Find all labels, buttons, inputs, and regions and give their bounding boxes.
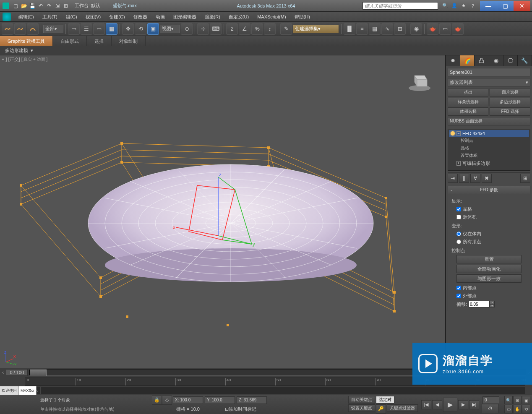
zoom-region-icon[interactable]: ▭	[504, 405, 513, 413]
viewcube[interactable]	[407, 68, 432, 93]
curve-editor-icon[interactable]: ∿	[381, 23, 393, 35]
menu-views[interactable]: 视图(V)	[81, 12, 105, 22]
nurbs-select-button[interactable]: NURBS 曲面选择	[448, 117, 530, 125]
app-icon[interactable]	[3, 3, 9, 9]
current-frame-field[interactable]: 0	[482, 396, 499, 404]
outside-checkbox[interactable]: 外部点	[451, 292, 527, 300]
modifier-list-dropdown[interactable]: 修改器列表	[448, 78, 530, 86]
rollout-header[interactable]: FFD 参数	[448, 186, 530, 194]
close-button[interactable]: ✕	[514, 1, 530, 11]
mirror-icon[interactable]: ▐▌	[344, 23, 355, 35]
remove-mod-icon[interactable]: ✖	[482, 174, 492, 183]
maximize-button[interactable]: ▢	[497, 1, 514, 11]
selection-filter-dropdown[interactable]: 全部 ▾	[43, 25, 63, 33]
prev-frame-icon[interactable]: ◀	[432, 400, 442, 409]
motion-tab-icon[interactable]: ◉	[489, 55, 503, 66]
render-frame-icon[interactable]: ▭	[439, 23, 451, 35]
modifier-stack[interactable]: −FFD 4x4x4 控制点 晶格 设置体积 +可编辑多边形	[448, 129, 530, 171]
undo-icon[interactable]: ↶	[37, 2, 44, 10]
lightbulb-icon[interactable]	[451, 131, 455, 135]
edit-named-sel-icon[interactable]: ✎	[280, 23, 292, 35]
snap-angle-icon[interactable]: ∠	[239, 23, 250, 35]
patch-select-button[interactable]: 面片选择	[490, 88, 530, 96]
animate-all-button[interactable]: 全部动画化	[456, 265, 522, 273]
menu-grapheditors[interactable]: 图形编辑器	[169, 12, 201, 22]
unique-icon[interactable]: ∀	[470, 174, 480, 183]
use-center-icon[interactable]: ⊙	[181, 23, 193, 35]
workspace-selector[interactable]: 工作台: 默认	[75, 3, 100, 9]
reset-button[interactable]: 重置	[456, 255, 522, 263]
project-icon[interactable]: ⊞	[62, 2, 70, 10]
open-icon[interactable]: 📂	[20, 2, 28, 10]
goto-start-icon[interactable]: |◀	[421, 400, 431, 409]
viewport-canvas[interactable]: z x y	[0, 55, 445, 366]
tab-objectpaint[interactable]: 对象绘制	[112, 36, 146, 46]
signin-icon[interactable]: 👤	[451, 2, 458, 10]
hierarchy-tab-icon[interactable]: 凸	[475, 55, 489, 66]
all-verts-radio[interactable]: 所有顶点	[451, 238, 527, 246]
extrude-button[interactable]: 挤出	[448, 88, 488, 96]
material-editor-icon[interactable]: ◉	[410, 23, 422, 35]
help-icon[interactable]: ?	[469, 2, 477, 10]
modify-tab-icon[interactable]: 🌈	[460, 55, 475, 66]
conform-button[interactable]: 与图形一致	[456, 274, 522, 283]
spinner-up-icon[interactable]: ▲	[490, 301, 495, 304]
redo-icon[interactable]: ↷	[45, 2, 53, 10]
tab-freeform[interactable]: 自由形式	[53, 36, 87, 46]
offset-input[interactable]	[469, 301, 490, 307]
favorites-icon[interactable]: ★	[460, 2, 467, 10]
menu-customize[interactable]: 自定义(U)	[224, 12, 253, 22]
stack-editable-poly[interactable]: +可编辑多边形	[449, 159, 529, 167]
configure-sets-icon[interactable]: ⊞	[520, 174, 530, 183]
select-rotate-icon[interactable]: ⟲	[135, 23, 146, 35]
schematic-icon[interactable]: ⊞	[394, 23, 406, 35]
minimize-button[interactable]: —	[480, 1, 497, 11]
pan-icon[interactable]: ✋	[513, 405, 522, 413]
render-icon[interactable]: 🫖	[452, 23, 464, 35]
stack-ffd-lattice[interactable]: 晶格	[449, 144, 529, 152]
auto-key-button[interactable]: 自动关键点	[348, 396, 375, 404]
app-logo-icon[interactable]	[3, 13, 11, 21]
z-coord[interactable]: Z: 31.669	[237, 396, 267, 404]
poly-select-button[interactable]: 多边形选择	[490, 98, 530, 106]
select-by-name-icon[interactable]: ☰	[81, 23, 92, 35]
time-config-icon[interactable]: ⏱	[482, 404, 498, 413]
zoom-icon[interactable]: 🔍	[504, 396, 513, 404]
viewport[interactable]: + ] [正交] [ 真实 + 边面 ]	[0, 55, 446, 368]
render-setup-icon[interactable]: 🫖	[427, 23, 438, 35]
time-tag-icon[interactable]: ⊡	[225, 406, 229, 412]
x-coord[interactable]: X: 100.0	[173, 396, 203, 404]
spinner-down-icon[interactable]: ▼	[490, 304, 495, 307]
menu-edit[interactable]: 编辑(E)	[14, 12, 38, 22]
tab-selection[interactable]: 选择	[87, 36, 112, 46]
display-tab-icon[interactable]: 🖵	[503, 55, 518, 66]
zoom-all-icon[interactable]: ⊞	[513, 396, 522, 404]
snap-2d-icon[interactable]: 2	[226, 23, 238, 35]
window-crossing-icon[interactable]: ▦	[106, 23, 117, 35]
show-end-icon[interactable]: ||	[459, 174, 469, 183]
select-scale-icon[interactable]: ▣	[147, 23, 159, 35]
align-icon[interactable]: ≡	[356, 23, 368, 35]
menu-group[interactable]: 组(G)	[62, 12, 81, 22]
pin-stack-icon[interactable]: ⇥	[448, 174, 458, 183]
source-vol-checkbox[interactable]: 源体积	[451, 213, 527, 221]
spinner-snap-icon[interactable]: ↕	[264, 23, 276, 35]
stack-ffd-setvolume[interactable]: 设置体积	[449, 152, 529, 159]
maxscript-tab[interactable]: MAXScr	[19, 386, 37, 395]
select-region-icon[interactable]: ▭	[93, 23, 105, 35]
select-move-icon[interactable]: ✥	[122, 23, 134, 35]
link-icon[interactable]: ⇲	[54, 2, 61, 10]
menu-create[interactable]: 创建(C)	[105, 12, 129, 22]
goto-end-icon[interactable]: ▶|	[469, 400, 479, 409]
create-tab-icon[interactable]: ✹	[446, 55, 460, 66]
tab-graphite[interactable]: Graphite 建模工具	[0, 36, 53, 46]
play-icon[interactable]: ▶	[443, 398, 457, 412]
ribbon-polymodel-label[interactable]: 多边形建模	[3, 47, 31, 54]
snap-percent-icon[interactable]: %	[251, 23, 263, 35]
utilities-tab-icon[interactable]: 🔧	[518, 55, 532, 66]
spline-select-button[interactable]: 样条线选择	[448, 98, 488, 106]
orbit-icon[interactable]: ⟲	[522, 405, 530, 413]
unlink-icon[interactable]	[14, 23, 26, 35]
lattice-checkbox[interactable]: 晶格	[451, 205, 527, 213]
time-slider-handle[interactable]	[30, 370, 47, 376]
